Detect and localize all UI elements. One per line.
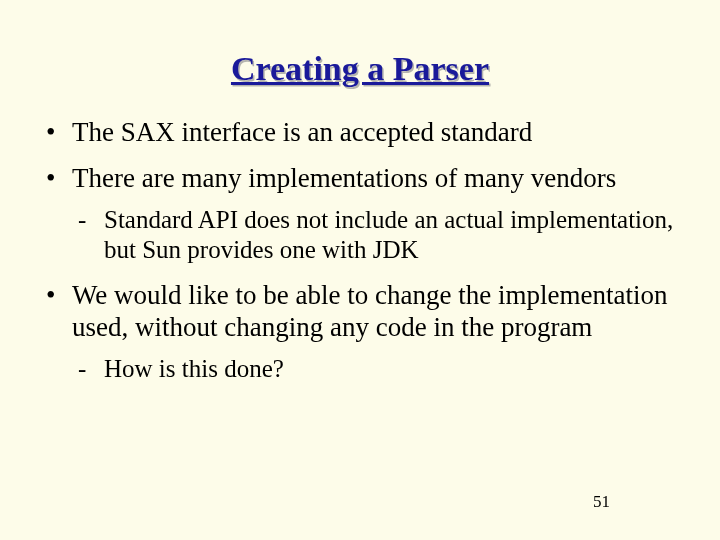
sub-text: Standard API does not include an actual …	[104, 206, 673, 263]
bullet-list: The SAX interface is an accepted standar…	[40, 116, 680, 384]
bullet-item: The SAX interface is an accepted standar…	[40, 116, 680, 148]
bullet-text: There are many implementations of many v…	[72, 163, 616, 193]
sub-list: How is this done?	[72, 354, 680, 384]
page-number: 51	[593, 492, 610, 512]
bullet-item: We would like to be able to change the i…	[40, 279, 680, 384]
sub-item: How is this done?	[72, 354, 680, 384]
slide-title: Creating a Parser	[40, 50, 680, 88]
sub-list: Standard API does not include an actual …	[72, 205, 680, 265]
bullet-item: There are many implementations of many v…	[40, 162, 680, 264]
sub-item: Standard API does not include an actual …	[72, 205, 680, 265]
bullet-text: We would like to be able to change the i…	[72, 280, 667, 342]
sub-text: How is this done?	[104, 355, 284, 382]
bullet-text: The SAX interface is an accepted standar…	[72, 117, 532, 147]
